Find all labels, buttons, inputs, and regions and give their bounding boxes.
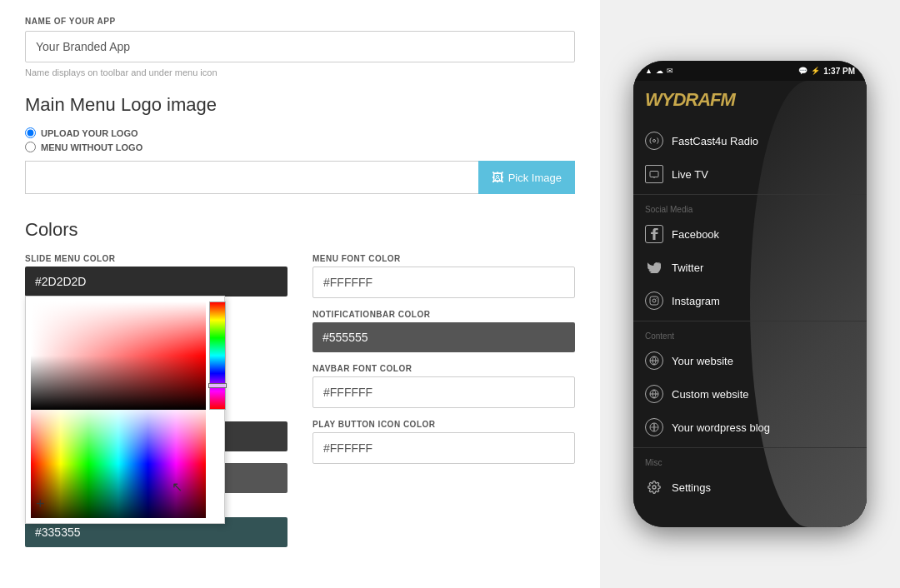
livetv-label: Live TV — [672, 168, 708, 181]
navbar-font-color-field: NAVBAR FONT COLOR — [312, 364, 575, 408]
colors-grid: SLIDE MENU COLOR #2D2D2D ↖ + — [25, 254, 575, 547]
globe-icon-1 — [645, 351, 663, 370]
social-section-label: Social Media — [633, 198, 867, 217]
menu-item-fastcast[interactable]: FastCast4u Radio — [633, 124, 867, 157]
right-panel: ▲ ☁ ✉ 💬 ⚡ 1:37 PM WYDRAFM — [600, 0, 900, 588]
svg-point-0 — [653, 140, 656, 142]
twitter-label: Twitter — [672, 262, 703, 274]
image-icon: 🖼 — [492, 171, 503, 184]
wifi-icon: ▲ — [645, 67, 652, 75]
facebook-icon — [645, 225, 663, 243]
menu-item-settings[interactable]: Settings — [633, 471, 867, 504]
svg-rect-1 — [650, 172, 658, 177]
customwebsite-label: Custom website — [672, 388, 748, 401]
cloud-icon: ☁ — [656, 67, 663, 75]
menu-item-wordpress[interactable]: Your wordpress blog — [633, 411, 867, 444]
chat-icon: 💬 — [798, 67, 808, 75]
lightning-icon: ⚡ — [811, 67, 820, 75]
image-picker-input[interactable] — [25, 161, 478, 194]
navbar-font-label: NAVBAR FONT COLOR — [312, 364, 575, 373]
wordpress-label: Your wordpress blog — [672, 421, 770, 434]
strip-handle[interactable] — [208, 383, 227, 388]
svg-point-10 — [652, 486, 656, 489]
gradient-overlay — [31, 410, 206, 518]
mail-icon: ✉ — [667, 67, 673, 75]
menu-font-color-field: MENU FONT COLOR — [312, 254, 575, 298]
svg-point-3 — [652, 299, 656, 302]
radio-upload-logo[interactable]: UPLOAD YOUR LOGO — [25, 127, 575, 138]
divider-3 — [633, 447, 867, 448]
phone-mockup: ▲ ☁ ✉ 💬 ⚡ 1:37 PM WYDRAFM — [633, 61, 867, 527]
menu-item-yourwebsite[interactable]: Your website — [633, 344, 867, 377]
twitter-icon — [645, 258, 663, 277]
menu-item-instagram[interactable]: Instagram — [633, 284, 867, 317]
app-name-hint: Name displays on toolbar and under menu … — [25, 67, 575, 77]
instagram-label: Instagram — [672, 295, 720, 307]
menu-font-label: MENU FONT COLOR — [312, 254, 575, 263]
notification-bar-color-field: NOTIFICATIONBAR COLOR #555555 — [312, 310, 575, 352]
app-logo: WYDRAFM — [645, 89, 735, 111]
left-panel: NAME OF YOUR APP Name displays on toolba… — [0, 0, 600, 588]
hue-strip[interactable] — [209, 301, 226, 410]
app-name-input[interactable] — [25, 31, 575, 62]
wordpress-icon — [645, 418, 663, 436]
svg-rect-2 — [650, 296, 658, 305]
menu-item-livetv[interactable]: Live TV — [633, 157, 867, 191]
play-icon-input[interactable] — [312, 432, 575, 464]
play-icon-color-field: PLAY BUTTON ICON COLOR — [312, 420, 575, 464]
menu-font-input[interactable] — [312, 267, 575, 298]
status-bar-left: ▲ ☁ ✉ — [645, 67, 673, 75]
divider-1 — [633, 194, 867, 195]
radio-group: UPLOAD YOUR LOGO MENU WITHOUT LOGO — [25, 127, 575, 152]
svg-point-4 — [656, 298, 657, 299]
right-color-fields: MENU FONT COLOR NOTIFICATIONBAR COLOR #5… — [312, 254, 575, 505]
color-gradient-area[interactable]: ↖ + — [31, 301, 206, 518]
image-picker-row: 🖼 Pick Image — [25, 161, 575, 194]
app-name-label: NAME OF YOUR APP — [25, 17, 575, 26]
radio-icon — [645, 132, 663, 150]
fastcast-label: FastCast4u Radio — [672, 135, 758, 147]
hue-gradient[interactable]: ↖ — [31, 410, 206, 518]
tv-icon — [645, 165, 663, 183]
slide-menu-swatch[interactable]: #2D2D2D — [25, 267, 288, 296]
time-display: 1:37 PM — [823, 67, 855, 76]
slide-menu-label: SLIDE MENU COLOR — [25, 254, 288, 263]
pick-image-button[interactable]: 🖼 Pick Image — [478, 161, 575, 194]
plus-icon[interactable]: + — [36, 496, 45, 513]
picker-cursor: ↖ — [172, 479, 182, 495]
settings-label: Settings — [672, 481, 711, 494]
color-picker-inner: ↖ + — [26, 296, 224, 523]
globe-icon-2 — [645, 385, 663, 403]
play-icon-label: PLAY BUTTON ICON COLOR — [312, 420, 575, 429]
menu-item-facebook[interactable]: Facebook — [633, 217, 867, 251]
misc-section-label: Misc — [633, 451, 867, 471]
color-gradient-canvas[interactable] — [31, 301, 206, 410]
colors-title: Colors — [25, 219, 575, 241]
notification-bar-label: NOTIFICATIONBAR COLOR — [312, 310, 575, 319]
menu-section: FastCast4u Radio Live TV Social Media — [633, 119, 867, 527]
gear-icon — [645, 478, 663, 496]
instagram-icon — [645, 292, 663, 310]
phone-screen: WYDRAFM FastCast4u Radio — [633, 81, 867, 527]
status-bar-right: 💬 ⚡ 1:37 PM — [798, 67, 855, 76]
divider-2 — [633, 321, 867, 321]
menu-item-customwebsite[interactable]: Custom website — [633, 377, 867, 411]
notification-bar-swatch[interactable]: #555555 — [312, 322, 575, 352]
color-picker-popup: ↖ + — [25, 296, 225, 524]
slide-menu-color-field: SLIDE MENU COLOR #2D2D2D ↖ + — [25, 254, 288, 505]
content-section-label: Content — [633, 325, 867, 344]
menu-item-twitter[interactable]: Twitter — [633, 251, 867, 284]
phone-status-bar: ▲ ☁ ✉ 💬 ⚡ 1:37 PM — [633, 61, 867, 81]
radio-without-logo[interactable]: MENU WITHOUT LOGO — [25, 142, 575, 152]
yourwebsite-label: Your website — [672, 355, 733, 367]
logo-section-title: Main Menu Logo image — [25, 94, 575, 116]
navbar-font-input[interactable] — [312, 376, 575, 408]
facebook-label: Facebook — [672, 228, 719, 241]
